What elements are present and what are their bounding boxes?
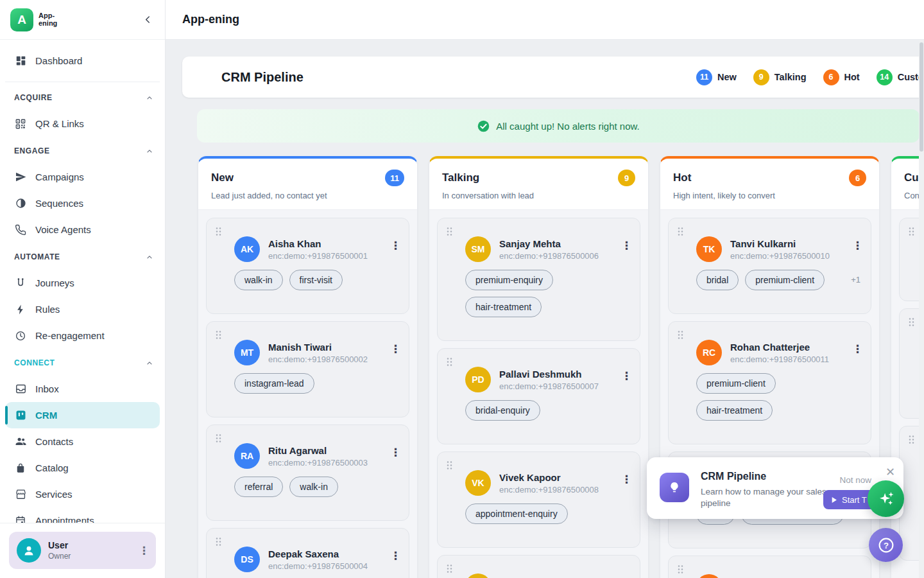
inbox-icon: [14, 383, 27, 396]
tag-pill: referral: [234, 477, 283, 497]
tag-pill: premium-client: [745, 270, 825, 290]
card-menu-button[interactable]: ⋮: [390, 344, 401, 355]
bolt-icon: [14, 303, 27, 316]
drag-handle-icon[interactable]: [215, 227, 222, 236]
dismiss-button[interactable]: Not now: [839, 475, 871, 485]
user-menu-button[interactable]: ⋮: [139, 545, 150, 556]
column-header: Hot 6 High intent, likely to convert: [660, 159, 879, 210]
sidebar-collapse-button[interactable]: [142, 14, 153, 25]
sidebar-item-label: Journeys: [35, 277, 74, 288]
tag-pill: walk-in: [234, 270, 283, 290]
tag-list: premium-enquiry hair-treatment: [465, 270, 629, 317]
ai-assistant-fab[interactable]: [868, 480, 904, 517]
card-menu-button[interactable]: ⋮: [621, 371, 632, 381]
section-label: ACQUIRE: [14, 93, 53, 102]
phone-icon: [14, 223, 27, 236]
sidebar-item-label: Rules: [35, 304, 60, 315]
sidebar-item-voice-agents[interactable]: Voice Agents: [5, 216, 160, 243]
vertical-scrollbar[interactable]: [919, 40, 924, 578]
drag-handle-icon[interactable]: [446, 564, 453, 574]
clock-icon: [14, 329, 27, 342]
question-circle-icon: ?: [877, 536, 896, 555]
help-fab[interactable]: ?: [869, 528, 903, 562]
popup-description: Learn how to manage your sales pipeline: [701, 486, 841, 509]
scrollbar-thumb[interactable]: [920, 42, 923, 152]
sidebar-item-label: Dashboard: [35, 55, 82, 66]
drag-handle-icon[interactable]: [215, 434, 222, 443]
sidebar-item-re-engagement[interactable]: Re-engagement: [5, 322, 160, 349]
people-icon: [14, 435, 27, 448]
sidebar-section-engage[interactable]: ENGAGE: [9, 143, 156, 159]
lead-card[interactable]: ⋮ AK Amit Kumar: [668, 556, 871, 578]
lead-avatar: DS: [234, 547, 260, 572]
sidebar-item-dashboard[interactable]: Dashboard: [5, 48, 160, 74]
drag-handle-icon[interactable]: [908, 317, 915, 327]
sidebar-section-acquire[interactable]: ACQUIRE: [9, 90, 156, 105]
lead-card[interactable]: ⋮ NS Nandini Shetty: [437, 555, 640, 578]
lead-avatar: SM: [465, 236, 491, 262]
sidebar-item-qr-links[interactable]: QR & Links: [5, 110, 160, 137]
card-menu-button[interactable]: ⋮: [621, 240, 632, 251]
page-title: App-ening: [182, 13, 239, 26]
sidebar-item-contacts[interactable]: Contacts: [5, 428, 160, 455]
sidebar-item-campaigns[interactable]: Campaigns: [5, 164, 160, 190]
sidebar-item-rules[interactable]: Rules: [5, 296, 160, 322]
sidebar-item-inbox[interactable]: Inbox: [5, 376, 160, 402]
user-profile-card[interactable]: User Owner ⋮: [9, 532, 156, 569]
sidebar-section-automate[interactable]: AUTOMATE: [9, 249, 156, 265]
drag-handle-icon[interactable]: [677, 330, 684, 340]
drag-handle-icon[interactable]: [446, 460, 453, 470]
stage-label: Hot: [844, 72, 860, 82]
lead-card[interactable]: ⋮ TK Tanvi Kulkarni enc:demo:+9198765000…: [668, 218, 871, 314]
sidebar-header: A App- ening: [0, 0, 165, 40]
card-menu-button[interactable]: ⋮: [852, 344, 863, 355]
lead-card[interactable]: ⋮ SM Sanjay Mehta enc:demo:+919876500006…: [437, 218, 640, 341]
lead-card[interactable]: ⋮ DS Deepak Saxena enc:demo:+91987650000…: [206, 528, 409, 578]
sidebar-section-connect[interactable]: CONNECT: [9, 355, 156, 371]
kanban-column-talking: Talking 9 In conversation with lead ⋮ SM…: [429, 156, 649, 578]
stage-count-badge: 14: [877, 69, 893, 85]
drag-handle-icon[interactable]: [908, 435, 915, 444]
column-card-list: ⋮ TK Tanvi Kulkarni enc:demo:+9198765000…: [660, 210, 879, 578]
card-menu-button[interactable]: ⋮: [390, 240, 401, 251]
card-menu-button[interactable]: ⋮: [390, 447, 401, 458]
user-role: Owner: [48, 552, 71, 561]
drag-handle-icon[interactable]: [677, 565, 684, 574]
sidebar-item-label: Inbox: [35, 383, 59, 394]
drag-handle-icon[interactable]: [908, 227, 915, 236]
sidebar-item-catalog[interactable]: Catalog: [5, 455, 160, 481]
drag-handle-icon[interactable]: [215, 330, 222, 340]
drag-handle-icon[interactable]: [446, 357, 453, 367]
card-menu-button[interactable]: ⋮: [852, 240, 863, 251]
tag-pill: appointment-enquiry: [465, 504, 568, 524]
chevron-up-icon: [146, 359, 153, 367]
lead-card[interactable]: ⋮ RC Rohan Chatterjee enc:demo:+91987650…: [668, 321, 871, 444]
sidebar-item-services[interactable]: Services: [5, 481, 160, 507]
sidebar-item-journeys[interactable]: Journeys: [5, 270, 160, 296]
crm-app: { "app": { "header_title": "App-ening", …: [0, 0, 924, 578]
stage-count-badge: 9: [753, 69, 769, 85]
tag-pill: hair-treatment: [465, 297, 542, 317]
close-icon[interactable]: ✕: [886, 466, 895, 478]
drag-handle-icon[interactable]: [215, 537, 222, 547]
sidebar-item-sequences[interactable]: Sequences: [5, 190, 160, 216]
alerts-banner-text: All caught up! No alerts right now.: [496, 121, 639, 132]
card-menu-button[interactable]: ⋮: [390, 550, 401, 561]
lead-card[interactable]: ⋮ AK Aisha Khan enc:demo:+919876500001 w…: [206, 218, 409, 314]
column-header: Talking 9 In conversation with lead: [429, 159, 648, 210]
tag-pill: bridal: [696, 270, 739, 290]
lead-card[interactable]: ⋮ PD Pallavi Deshmukh enc:demo:+91987650…: [437, 348, 640, 444]
lead-avatar: TK: [696, 236, 722, 262]
lead-card[interactable]: ⋮ VK Vivek Kapoor enc:demo:+919876500008…: [437, 451, 640, 548]
half-circle-icon: [14, 197, 27, 210]
drag-handle-icon[interactable]: [446, 227, 453, 236]
sidebar-item-label: Contacts: [35, 436, 73, 447]
lead-card[interactable]: ⋮ RA Ritu Agarwal enc:demo:+919876500003…: [206, 425, 409, 521]
lead-card[interactable]: ⋮ MT Manish Tiwari enc:demo:+91987650000…: [206, 321, 409, 417]
column-count-badge: 11: [385, 170, 404, 186]
drag-handle-icon[interactable]: [677, 227, 684, 236]
svg-text:?: ?: [883, 540, 888, 550]
card-menu-button[interactable]: ⋮: [621, 474, 632, 485]
tag-pill: bridal-enquiry: [465, 400, 540, 421]
sidebar-item-crm[interactable]: CRM: [5, 402, 160, 428]
